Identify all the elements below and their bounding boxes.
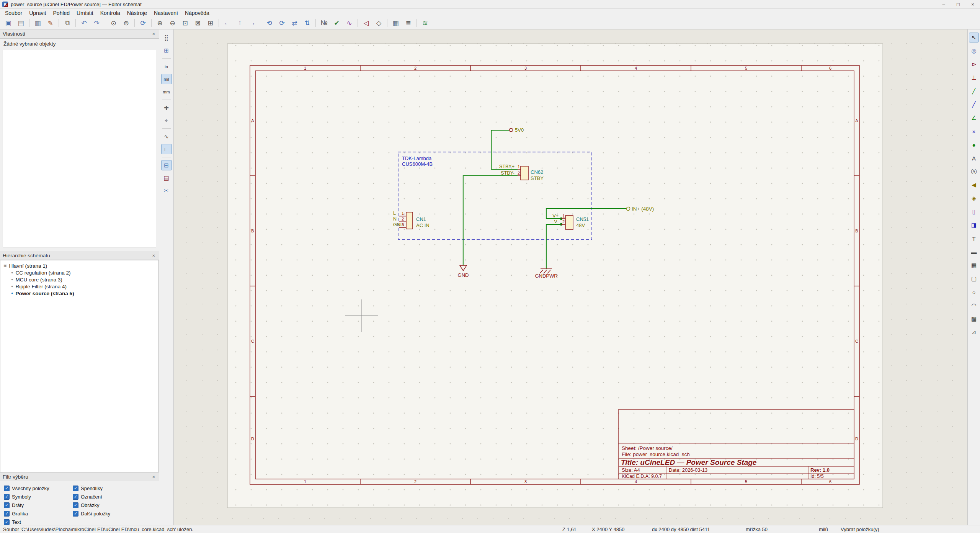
filter-checkbox-row[interactable]: ✓ Symboly <box>4 492 73 501</box>
units-mils-button[interactable]: mil <box>161 74 172 84</box>
properties-panel-button[interactable]: ▤ <box>161 173 172 183</box>
sheet-power-source[interactable]: ● Power source (strana 5) <box>0 290 158 297</box>
checkbox-checked-icon[interactable]: ✓ <box>4 486 10 491</box>
wire-bus-entry-tool[interactable]: ∠ <box>969 113 979 123</box>
close-icon[interactable]: × <box>151 253 156 258</box>
units-mm-button[interactable]: mm <box>161 87 172 97</box>
menu-item[interactable]: Kontrola <box>97 10 124 16</box>
circle-tool[interactable]: ○ <box>969 287 979 297</box>
checkbox-checked-icon[interactable]: ✓ <box>4 511 10 517</box>
maximize-button[interactable]: □ <box>951 0 965 8</box>
hierarchical-label-tool[interactable]: ◈ <box>969 193 979 203</box>
menu-item[interactable]: Nastavení <box>150 10 181 16</box>
place-power-tool[interactable]: ⊥ <box>969 73 979 83</box>
grid-settings-button[interactable]: ⊞ <box>161 45 172 56</box>
cursor-fullscreen-button[interactable]: ⌖ <box>161 115 172 126</box>
net-label-tool[interactable]: A <box>969 153 979 163</box>
units-inches-button[interactable]: in <box>161 61 172 72</box>
checkbox-checked-icon[interactable]: ✓ <box>73 502 78 508</box>
menu-item[interactable]: Upravit <box>26 10 49 16</box>
close-icon[interactable]: × <box>151 31 156 37</box>
undo-button[interactable]: ↶ <box>78 18 90 28</box>
text-tool[interactable]: T <box>969 234 979 244</box>
sheet-tool[interactable]: ▯ <box>969 207 979 217</box>
sim-probe-button[interactable]: ∿ <box>161 131 172 142</box>
sheet-cc-regulation[interactable]: ● CC regulation (strana 2) <box>0 269 158 276</box>
nav-back-button[interactable]: ← <box>221 18 233 28</box>
menu-item[interactable]: Umístit <box>73 10 97 16</box>
bom-button[interactable]: ≣ <box>402 18 414 28</box>
sheet-ripple-filter[interactable]: ● Ripple Filter (strana 4) <box>0 283 158 290</box>
rotate-ccw-button[interactable]: ⟲ <box>263 18 275 28</box>
symbol-editor-button[interactable]: ◁ <box>360 18 372 28</box>
checkbox-checked-icon[interactable]: ✓ <box>73 486 78 491</box>
zoom-selection-button[interactable]: ⊠ <box>192 18 204 28</box>
nav-forward-button[interactable]: → <box>247 18 258 28</box>
cursor-crosshair-button[interactable]: ✚ <box>161 103 172 113</box>
draw-bus-tool[interactable]: ╱ <box>969 100 979 110</box>
filter-checkbox-row[interactable]: ✓ Špendlíky <box>73 484 155 492</box>
filter-checkbox-row[interactable]: ✓ Grafika <box>4 509 73 518</box>
selection-filter-button[interactable]: ✂ <box>161 185 172 196</box>
find-button[interactable]: ⊙ <box>108 18 119 28</box>
table-tool[interactable]: ▦ <box>969 260 979 270</box>
redo-button[interactable]: ↷ <box>91 18 103 28</box>
sheet-mcu-core[interactable]: ● MCU core (strana 3) <box>0 276 158 283</box>
simulator-button[interactable]: ∿ <box>343 18 355 28</box>
schematic-editor-canvas[interactable]: 1 2 3 4 5 6 1 2 3 4 5 6 A B C D A <box>174 29 967 525</box>
footprint-assign-button[interactable]: ◇ <box>373 18 385 28</box>
draw-wire-tool[interactable]: ╱ <box>969 86 979 96</box>
select-tool[interactable]: ↖ <box>969 33 979 43</box>
no-connect-tool[interactable]: × <box>969 126 979 136</box>
close-icon[interactable]: × <box>151 474 156 480</box>
filter-checkbox-row[interactable]: ✓ Všechny položky <box>4 484 73 492</box>
sheet-root[interactable]: ▣ Hlavní (strana 1) <box>0 262 158 269</box>
close-button[interactable]: × <box>965 0 980 8</box>
minimize-button[interactable]: – <box>936 0 951 8</box>
page-settings-button[interactable]: ▤ <box>15 18 27 28</box>
global-label-tool[interactable]: ◀ <box>969 180 979 190</box>
filter-checkbox-row[interactable]: ✓ Dráty <box>4 501 73 509</box>
netclass-directive-tool[interactable]: Ⓐ <box>969 167 979 177</box>
image-tool[interactable]: ▩ <box>969 314 979 324</box>
filter-checkbox-row[interactable]: ✓ Obrázky <box>73 501 155 509</box>
menu-item[interactable]: Nápověda <box>181 10 213 16</box>
sheet-pin-tool[interactable]: ◨ <box>969 220 979 230</box>
paste-button[interactable]: ⧉ <box>61 18 73 28</box>
checkbox-checked-icon[interactable]: ✓ <box>73 511 78 517</box>
checkbox-checked-icon[interactable]: ✓ <box>73 494 78 500</box>
menu-item[interactable]: Soubor <box>2 10 26 16</box>
mirror-v-button[interactable]: ⇅ <box>301 18 313 28</box>
ortho-lines-button[interactable]: ∟ <box>161 144 172 154</box>
save-button[interactable]: ▣ <box>2 18 14 28</box>
rectangle-tool[interactable]: ▢ <box>969 274 979 284</box>
nav-up-button[interactable]: ↑ <box>234 18 246 28</box>
textbox-tool[interactable]: ▬ <box>969 247 979 257</box>
python-console-button[interactable]: ≋ <box>419 18 431 28</box>
hierarchy-navigator-button[interactable]: ⊟ <box>161 160 172 170</box>
menu-item[interactable]: Nástroje <box>124 10 150 16</box>
mirror-h-button[interactable]: ⇄ <box>289 18 301 28</box>
place-symbol-tool[interactable]: ⊳ <box>969 59 979 69</box>
grid-visibility-button[interactable]: ⣿ <box>161 33 172 43</box>
zoom-objects-button[interactable]: ⊞ <box>204 18 216 28</box>
junction-tool[interactable]: ● <box>969 140 979 150</box>
ruler-tool[interactable]: ⊿ <box>969 327 979 337</box>
schematic-svg[interactable]: 1 2 3 4 5 6 1 2 3 4 5 6 A B C D A <box>174 29 967 525</box>
zoom-out-button[interactable]: ⊖ <box>167 18 178 28</box>
zoom-in-button[interactable]: ⊕ <box>154 18 166 28</box>
find-replace-button[interactable]: ⊜ <box>120 18 132 28</box>
filter-checkbox-row[interactable]: ✓ Označení <box>73 492 155 501</box>
erc-button[interactable]: ✔ <box>331 18 343 28</box>
filter-checkbox-row[interactable]: ✓ Další položky <box>73 509 155 518</box>
menu-item[interactable]: Pohled <box>50 10 74 16</box>
zoom-fit-button[interactable]: ⊡ <box>179 18 191 28</box>
checkbox-checked-icon[interactable]: ✓ <box>4 494 10 500</box>
print-button[interactable]: ▥ <box>32 18 44 28</box>
refresh-button[interactable]: ⟳ <box>137 18 149 28</box>
plot-button[interactable]: ✎ <box>44 18 56 28</box>
fields-table-button[interactable]: ▦ <box>390 18 402 28</box>
rotate-cw-button[interactable]: ⟳ <box>276 18 288 28</box>
annotate-button[interactable]: № <box>318 18 330 28</box>
highlight-net-tool[interactable]: ◎ <box>969 46 979 56</box>
